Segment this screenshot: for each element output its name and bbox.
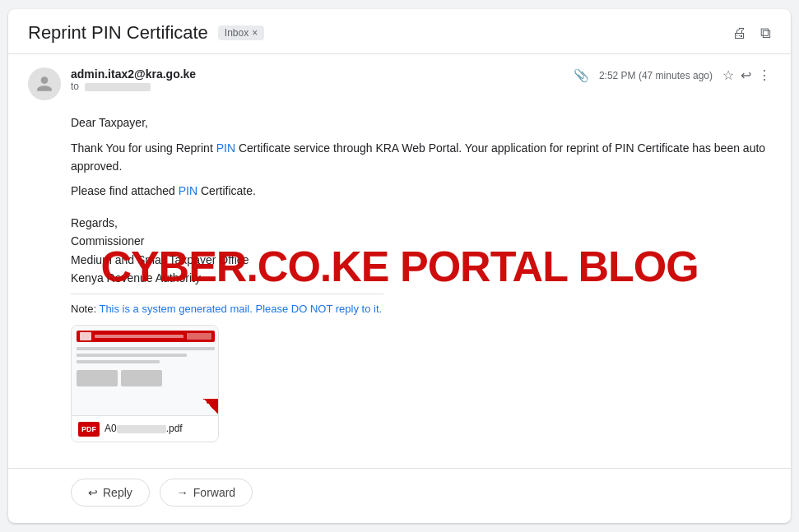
paragraph2-start: Please find attached	[71, 184, 179, 197]
filename-prefix: A0	[105, 423, 117, 434]
inbox-badge: Inbox ×	[218, 25, 264, 40]
attachment-footer: PDF A0.pdf	[72, 416, 218, 442]
action-bar: ↩ Reply → Forward	[8, 468, 791, 523]
preview-header-text	[95, 335, 183, 338]
print-icon[interactable]: 🖨	[732, 25, 747, 42]
regards-section: Regards, Commissioner Medium and Small T…	[71, 214, 771, 288]
attachment-area: PDF A0.pdf	[71, 325, 771, 448]
preview-line-3	[77, 360, 160, 363]
preview-line-1	[77, 347, 215, 350]
sender-email: admin.itax2@kra.go.ke	[71, 67, 196, 81]
email-body: Dear Taxpayer, Thank You for using Repri…	[8, 107, 791, 468]
preview-logo	[80, 332, 91, 340]
paragraph2-pin: PIN	[179, 184, 197, 197]
sender-to-row: to	[71, 81, 574, 92]
paragraph2: Please find attached PIN Certificate.	[71, 182, 771, 200]
authority-line: Kenya Revenue Authority	[71, 269, 771, 287]
email-title-area: Reprint PIN Certificate Inbox ×	[28, 22, 264, 44]
forward-label: Forward	[193, 486, 235, 499]
sender-row: admin.itax2@kra.go.ke to 📎 2:52 PM (47 m…	[8, 54, 791, 107]
attachment-preview	[72, 326, 219, 416]
star-icon[interactable]: ☆	[722, 67, 734, 83]
office-line: Medium and Small Taxpayer Office	[71, 251, 771, 269]
note-prefix: Note:	[71, 303, 99, 315]
attachment-card[interactable]: PDF A0.pdf	[71, 325, 219, 442]
attachment-filename: A0.pdf	[105, 421, 211, 437]
email-title: Reprint PIN Certificate	[28, 22, 208, 44]
note-paragraph: Note: This is a system generated mail. P…	[71, 301, 771, 318]
preview-block-1	[77, 370, 118, 386]
email-header: Reprint PIN Certificate Inbox × 🖨 ⧉	[8, 9, 791, 54]
new-window-icon[interactable]: ⧉	[760, 25, 771, 42]
paragraph1: Thank You for using Reprint PIN Certific…	[71, 139, 771, 176]
reply-btn-icon: ↩	[88, 486, 98, 499]
more-options-icon[interactable]: ⋮	[758, 67, 771, 83]
preview-blocks	[77, 370, 215, 386]
preview-header-code	[187, 333, 211, 340]
greeting: Dear Taxpayer,	[71, 113, 771, 132]
person-icon	[35, 75, 53, 93]
reply-icon[interactable]: ↩	[741, 67, 751, 83]
filename-redacted	[117, 425, 166, 433]
forward-btn-icon: →	[177, 486, 188, 499]
paragraph2-end: Certificate.	[197, 184, 256, 197]
email-container: Reprint PIN Certificate Inbox × 🖨 ⧉ admi…	[8, 9, 791, 523]
sender-meta: 📎 2:52 PM (47 minutes ago) ☆ ↩ ⋮	[574, 67, 771, 83]
preview-line-2	[77, 354, 187, 357]
paragraph1-start: Thank You for using Reprint	[71, 141, 216, 155]
attachment-indicator-icon: 📎	[574, 68, 589, 83]
forward-button[interactable]: → Forward	[160, 479, 253, 507]
filename-suffix: .pdf	[166, 423, 183, 434]
preview-corner-fold	[203, 399, 219, 415]
recipient-redacted	[85, 83, 151, 91]
sender-info: admin.itax2@kra.go.ke to	[71, 67, 574, 92]
commissioner-line: Commissioner	[71, 232, 771, 250]
to-label: to	[71, 81, 79, 92]
reply-button[interactable]: ↩ Reply	[71, 479, 150, 507]
email-time: 2:52 PM (47 minutes ago)	[599, 70, 713, 81]
inbox-badge-close[interactable]: ×	[252, 27, 258, 39]
preview-block-2	[121, 370, 162, 386]
pdf-badge: PDF	[78, 422, 100, 437]
preview-content	[77, 345, 215, 388]
inbox-label: Inbox	[225, 27, 249, 39]
regards-line: Regards,	[71, 214, 771, 232]
header-actions: 🖨 ⧉	[732, 25, 771, 42]
divider	[71, 294, 383, 294]
avatar	[28, 67, 61, 100]
preview-header-bar	[77, 331, 215, 342]
reply-label: Reply	[103, 486, 132, 499]
meta-icons: ☆ ↩ ⋮	[722, 67, 771, 83]
note-body: This is a system generated mail. Please …	[99, 303, 382, 315]
paragraph1-pin: PIN	[216, 141, 235, 155]
